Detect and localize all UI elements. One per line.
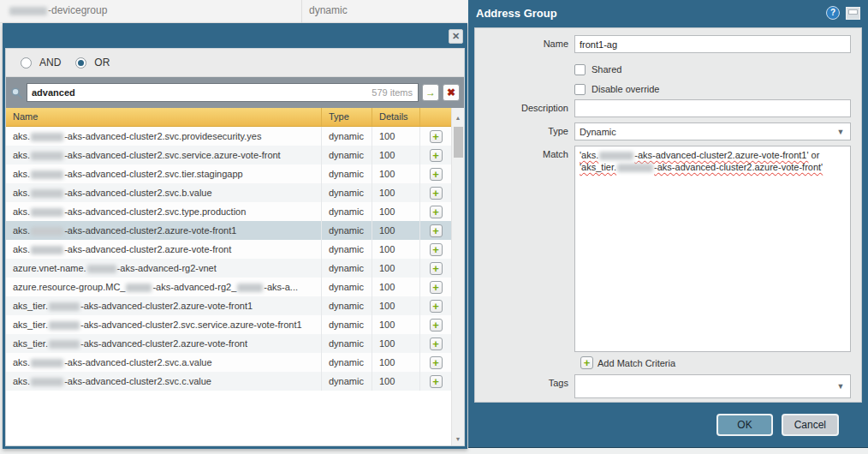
row-name: aks_tier.-aks-advanced-cluster2.svc.serv… <box>6 315 322 334</box>
redacted-text <box>9 7 47 15</box>
and-radio-label: AND <box>39 57 61 69</box>
description-field[interactable] <box>574 99 851 117</box>
table-row[interactable]: aks.-aks-advanced-cluster2.svc.providese… <box>6 127 451 146</box>
shared-label: Shared <box>592 64 621 75</box>
chevron-down-icon[interactable]: ▼ <box>831 375 850 397</box>
row-details: 100 <box>372 202 420 221</box>
devicegroup-type: dynamic <box>309 4 348 16</box>
redacted-text <box>49 321 80 330</box>
logic-operator-row: AND OR <box>6 49 464 77</box>
results-table: Name Type Details aks.-aks-advanced-clus… <box>6 108 451 445</box>
match-textarea[interactable]: 'aks.-aks-advanced-cluster2.azure-vote-f… <box>574 146 851 352</box>
or-radio[interactable] <box>75 57 86 69</box>
address-group-form: Name Shared Disable override Description… <box>474 27 862 403</box>
chevron-down-icon[interactable]: ▼ <box>831 123 850 140</box>
row-type: dynamic <box>322 334 372 353</box>
row-type: dynamic <box>322 146 372 164</box>
row-details: 100 <box>372 127 420 146</box>
and-radio[interactable] <box>21 57 32 69</box>
row-type: dynamic <box>322 315 372 334</box>
header-name[interactable]: Name <box>6 108 322 126</box>
add-row-icon[interactable]: + <box>430 149 443 162</box>
ok-button[interactable]: OK <box>716 414 772 436</box>
disable-override-checkbox[interactable] <box>574 84 586 95</box>
plus-icon: + <box>580 356 593 369</box>
close-icon[interactable]: ✕ <box>449 29 463 44</box>
row-name: azure.resource-group.MC_-aks-advanced-rg… <box>6 278 322 296</box>
header-details[interactable]: Details <box>372 108 420 126</box>
redacted-text <box>49 302 80 311</box>
add-row-icon[interactable]: + <box>430 224 443 237</box>
row-name: aks.-aks-advanced-cluster2.svc.providese… <box>6 127 322 146</box>
add-row-icon[interactable]: + <box>430 338 443 350</box>
row-details: 100 <box>372 296 420 315</box>
search-icon <box>10 87 23 99</box>
scroll-up-icon[interactable]: ▲ <box>455 115 461 121</box>
background-devicegroup-row: -devicegroup dynamic <box>0 0 467 23</box>
row-details: 100 <box>372 372 420 391</box>
table-row[interactable]: azure.vnet-name.-aks-advanced-rg2-vnetdy… <box>6 259 451 278</box>
address-group-titlebar: Address Group ? <box>468 0 868 26</box>
shared-checkbox[interactable] <box>574 64 586 75</box>
table-row[interactable]: azure.resource-group.MC_-aks-advanced-rg… <box>6 278 451 296</box>
result-count: 579 items <box>372 87 418 98</box>
table-row[interactable]: aks.-aks-advanced-cluster2.svc.a.valuedy… <box>6 353 451 372</box>
row-details: 100 <box>372 183 420 202</box>
add-row-icon[interactable]: + <box>430 130 443 143</box>
add-row-icon[interactable]: + <box>430 187 443 200</box>
row-name: aks.-aks-advanced-cluster2.azure-vote-fr… <box>6 240 322 259</box>
tags-dropdown[interactable]: ▼ <box>574 374 851 398</box>
add-row-icon[interactable]: + <box>430 375 443 388</box>
row-name: aks.-aks-advanced-cluster2.svc.c.value <box>6 372 322 391</box>
table-row[interactable]: aks_tier.-aks-advanced-cluster2.azure-vo… <box>6 334 451 353</box>
add-row-icon[interactable]: + <box>430 262 443 275</box>
header-type[interactable]: Type <box>322 108 372 126</box>
search-input[interactable] <box>27 85 372 100</box>
name-field[interactable] <box>574 35 851 53</box>
scroll-down-icon[interactable]: ▼ <box>455 436 461 442</box>
type-dropdown[interactable]: Dynamic ▼ <box>574 122 851 140</box>
table-row[interactable]: aks.-aks-advanced-cluster2.svc.c.valuedy… <box>6 372 451 391</box>
add-row-icon[interactable]: + <box>430 281 443 294</box>
results-region: Name Type Details aks.-aks-advanced-clus… <box>6 108 464 445</box>
redacted-text <box>126 284 152 292</box>
clear-filter-button[interactable]: ✖ <box>443 84 460 101</box>
table-row[interactable]: aks.-aks-advanced-cluster2.svc.type.prod… <box>6 202 451 221</box>
table-row[interactable]: aks.-aks-advanced-cluster2.svc.b.valuedy… <box>6 183 451 202</box>
row-name: aks.-aks-advanced-cluster2.azure-vote-fr… <box>6 221 322 240</box>
row-name: aks_tier.-aks-advanced-cluster2.azure-vo… <box>6 334 322 353</box>
table-row[interactable]: aks.-aks-advanced-cluster2.azure-vote-fr… <box>6 221 451 240</box>
search-box: 579 items <box>27 83 419 102</box>
row-type: dynamic <box>322 372 372 391</box>
apply-filter-button[interactable]: → <box>422 84 439 101</box>
table-row[interactable]: aks.-aks-advanced-cluster2.svc.service.a… <box>6 146 451 164</box>
table-row[interactable]: aks_tier.-aks-advanced-cluster2.azure-vo… <box>6 296 451 315</box>
match-line: 'aks.-aks-advanced-cluster2.azure-vote-f… <box>580 149 846 161</box>
table-row[interactable]: aks_tier.-aks-advanced-cluster2.svc.serv… <box>6 315 451 334</box>
add-row-icon[interactable]: + <box>430 168 443 181</box>
scrollbar[interactable]: ▲ ▼ <box>451 108 464 445</box>
restore-window-icon[interactable] <box>846 7 860 20</box>
devicegroup-name: -devicegroup <box>9 4 107 16</box>
redacted-text <box>87 265 116 273</box>
type-label: Type <box>475 122 574 136</box>
table-row[interactable]: aks.-aks-advanced-cluster2.svc.tier.stag… <box>6 164 451 183</box>
add-row-icon[interactable]: + <box>430 243 443 256</box>
add-row-icon[interactable]: + <box>430 206 443 218</box>
redacted-text <box>31 170 63 179</box>
row-name: aks.-aks-advanced-cluster2.svc.a.value <box>6 353 322 372</box>
add-row-icon[interactable]: + <box>430 300 443 313</box>
redacted-text <box>31 133 63 141</box>
match-criteria-titlebar: ✕ <box>5 26 465 48</box>
cancel-button[interactable]: Cancel <box>782 414 839 436</box>
table-row[interactable]: aks.-aks-advanced-cluster2.azure-vote-fr… <box>6 240 451 259</box>
help-icon[interactable]: ? <box>826 6 840 20</box>
row-type: dynamic <box>322 259 372 278</box>
add-match-criteria-button[interactable]: + Add Match Criteria <box>580 356 861 369</box>
row-details: 100 <box>372 240 420 259</box>
add-row-icon[interactable]: + <box>430 319 443 332</box>
add-row-icon[interactable]: + <box>430 356 443 369</box>
scroll-thumb[interactable] <box>454 127 463 158</box>
or-radio-label: OR <box>94 57 110 69</box>
type-value: Dynamic <box>575 127 831 137</box>
